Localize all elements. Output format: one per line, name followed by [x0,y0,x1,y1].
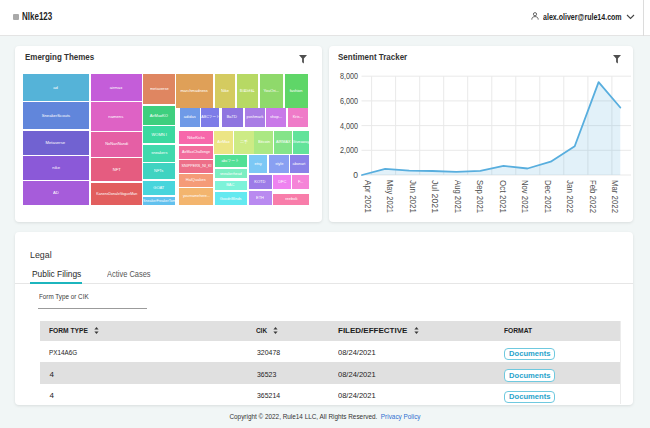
svg-text:Mar 2022: Mar 2022 [610,180,620,213]
svg-text:Oct 2021: Oct 2021 [498,180,508,213]
svg-text:Feb 2022: Feb 2022 [588,180,598,213]
svg-text:Nov 2021: Nov 2021 [520,180,530,213]
svg-text:0: 0 [353,170,358,180]
svg-text:8,000: 8,000 [340,71,358,81]
svg-text:Jul 2021: Jul 2021 [430,180,440,213]
svg-text:May 2021: May 2021 [385,180,395,213]
svg-text:2,000: 2,000 [340,145,358,155]
svg-text:6,000: 6,000 [340,96,358,106]
svg-text:Sep 2021: Sep 2021 [475,180,485,213]
svg-text:Aug 2021: Aug 2021 [453,180,463,213]
svg-text:Apr 2021: Apr 2021 [363,180,373,213]
svg-text:4,000: 4,000 [340,121,358,131]
svg-text:Jun 2021: Jun 2021 [408,180,418,213]
svg-text:Dec 2021: Dec 2021 [543,180,553,213]
svg-text:Jan 2022: Jan 2022 [565,180,575,213]
